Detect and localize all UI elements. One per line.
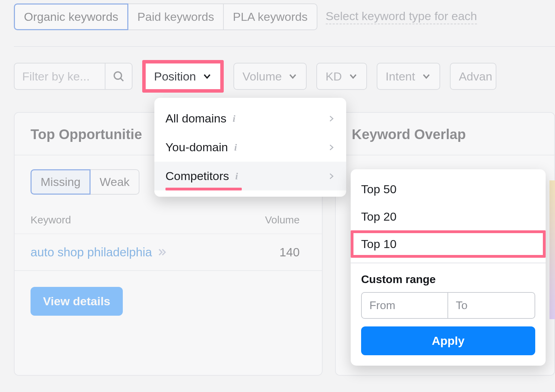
keyword-link[interactable]: auto shop philadelphia [31, 245, 168, 259]
svg-point-0 [114, 72, 121, 79]
keyword-text: auto shop philadelphia [31, 245, 152, 259]
option-label: You-domain [165, 140, 228, 154]
position-filter-label: Position [154, 70, 196, 83]
option-label: All domains [165, 112, 227, 125]
tab-organic-keywords[interactable]: Organic keywords [14, 3, 128, 30]
info-icon: i [234, 142, 237, 153]
chevron-right-icon [327, 171, 335, 181]
option-label: Competitors [165, 169, 229, 183]
preset-top-20[interactable]: Top 20 [351, 203, 546, 230]
position-dropdown: All domains i You-domain i Competitors i [154, 98, 346, 197]
preset-top-10[interactable]: Top 10 [351, 230, 546, 258]
filter-search-block [14, 63, 133, 90]
custom-range-to[interactable] [448, 292, 535, 319]
divider [14, 46, 555, 47]
volume-filter-label: Volume [242, 70, 282, 83]
chevron-down-icon [288, 71, 298, 81]
info-icon: i [233, 113, 236, 124]
chevron-right-icon [327, 113, 335, 124]
apply-button[interactable]: Apply [361, 326, 535, 355]
decorative-gradient [549, 180, 555, 319]
advanced-filter-label: Advan [459, 70, 492, 83]
double-chevron-right-icon [157, 247, 168, 257]
column-volume: Volume [265, 214, 300, 226]
divider [336, 155, 554, 155]
highlight-underline [165, 188, 242, 190]
tab-pla-keywords[interactable]: PLA keywords [224, 3, 317, 30]
keyword-volume: 140 [280, 245, 300, 259]
tab-paid-keywords[interactable]: Paid keywords [128, 3, 224, 30]
intent-filter-label: Intent [386, 70, 415, 83]
position-option-competitors[interactable]: Competitors i [154, 162, 346, 190]
keyword-overlap-title: Keyword Overlap [336, 113, 554, 155]
filter-keyword-input[interactable] [15, 70, 105, 83]
view-details-button[interactable]: View details [31, 287, 123, 316]
competitors-submenu: Top 50 Top 20 Top 10 Custom range Apply [351, 169, 546, 366]
info-icon: i [235, 171, 238, 182]
svg-line-1 [121, 78, 123, 81]
intent-filter[interactable]: Intent [377, 63, 440, 90]
advanced-filter[interactable]: Advan [450, 63, 496, 90]
position-option-you-domain[interactable]: You-domain i [154, 133, 346, 162]
chevron-down-icon [348, 71, 358, 81]
table-row: auto shop philadelphia 140 [15, 233, 322, 270]
opportunity-toggle: Missing Weak [31, 169, 139, 195]
volume-filter[interactable]: Volume [233, 63, 307, 90]
column-keyword: Keyword [31, 214, 71, 226]
toggle-weak[interactable]: Weak [91, 169, 139, 195]
kd-filter[interactable]: KD [316, 63, 367, 90]
divider [351, 263, 546, 263]
search-button[interactable] [105, 63, 132, 89]
kd-filter-label: KD [325, 70, 342, 83]
divider [15, 270, 322, 271]
custom-range-label: Custom range [351, 270, 546, 292]
position-option-all-domains[interactable]: All domains i [154, 104, 346, 133]
custom-range-from[interactable] [361, 292, 448, 319]
search-icon [112, 70, 125, 83]
position-filter[interactable]: Position [146, 63, 220, 89]
chevron-right-icon [327, 142, 335, 153]
tab-helper-text: Select keyword type for each [326, 9, 477, 24]
keyword-type-tabs: Organic keywords Paid keywords PLA keywo… [14, 3, 317, 30]
chevron-down-icon [421, 71, 431, 81]
preset-top-50[interactable]: Top 50 [351, 176, 546, 203]
toggle-missing[interactable]: Missing [31, 169, 91, 195]
position-filter-highlight: Position [142, 60, 224, 93]
chevron-down-icon [202, 71, 212, 81]
